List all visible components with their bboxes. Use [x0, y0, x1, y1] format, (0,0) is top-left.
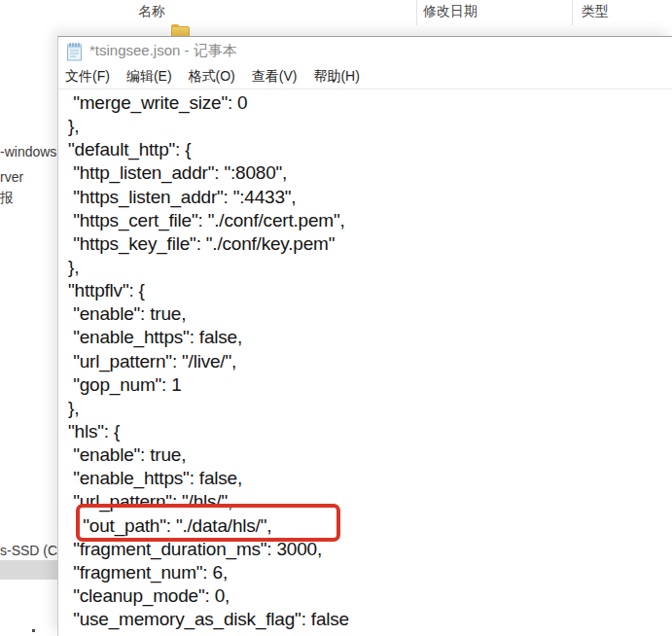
- notepad-app-icon: [66, 42, 83, 61]
- code-line: "use_memory_as_disk_flag": false: [63, 608, 672, 631]
- notepad-window: *tsingsee.json - 记事本 文件(F) 编辑(E) 格式(O) 查…: [57, 36, 672, 636]
- code-line: "url_pattern": "/hls/",: [63, 490, 672, 513]
- code-line: "merge_write_size": 0: [63, 91, 672, 115]
- screen: 名称 修改日期 类型 -windows rver 报 s-SSD (C:) *t…: [0, 0, 672, 636]
- text-editor-area[interactable]: "merge_write_size": 0 }, "default_http":…: [58, 90, 672, 636]
- code-line: "https_key_file": "./conf/key.pem": [63, 232, 672, 256]
- code-line: "default_http": {: [63, 138, 672, 161]
- code-line: "enable_https": false,: [63, 467, 672, 490]
- code-line: "fragment_duration_ms": 3000,: [63, 538, 672, 561]
- menu-format[interactable]: 格式(O): [182, 68, 242, 86]
- code-line: "enable": true,: [63, 443, 672, 467]
- menu-help[interactable]: 帮助(H): [306, 68, 366, 86]
- menu-file[interactable]: 文件(F): [58, 68, 117, 86]
- code-line: "https_cert_file": "./conf/cert.pem",: [63, 209, 672, 232]
- code-line: "enable": true,: [63, 302, 672, 326]
- column-divider: [572, 0, 573, 25]
- code-line: "out_path": "./data/hls/",: [63, 514, 672, 538]
- stray-dot: [32, 629, 35, 632]
- code-line: "hls": {: [63, 420, 672, 443]
- code-line: "url_pattern": "/live/",: [63, 350, 672, 373]
- column-divider: [416, 0, 417, 25]
- explorer-sidebar-item[interactable]: 报: [0, 190, 14, 207]
- column-header-name[interactable]: 名称: [138, 3, 165, 20]
- code-line: },: [63, 115, 672, 138]
- menu-edit[interactable]: 编辑(E): [120, 68, 179, 86]
- notepad-titlebar: *tsingsee.json - 记事本: [58, 37, 672, 65]
- code-line: "gop_num": 1: [63, 373, 672, 397]
- code-line: "httpflv": {: [63, 279, 672, 302]
- explorer-sidebar-item[interactable]: -windows: [0, 144, 56, 159]
- code-line: },: [63, 397, 672, 420]
- code-line: "https_listen_addr": ":4433",: [63, 186, 672, 209]
- explorer-column-header-row: 名称 修改日期 类型: [0, 0, 672, 26]
- column-header-date-modified[interactable]: 修改日期: [423, 3, 477, 20]
- notepad-menubar: 文件(F) 编辑(E) 格式(O) 查看(V) 帮助(H): [58, 65, 672, 89]
- code-line: "http_listen_addr": ":8080",: [63, 161, 672, 185]
- explorer-selected-row-highlight[interactable]: [0, 560, 58, 580]
- code-line: "enable_https": false,: [63, 326, 672, 349]
- explorer-sidebar-item[interactable]: rver: [0, 169, 23, 185]
- menu-view[interactable]: 查看(V): [245, 68, 304, 86]
- code-line: "cleanup_mode": 0,: [63, 584, 672, 608]
- code-line: "fragment_num": 6,: [63, 561, 672, 584]
- explorer-sidebar-item-drive[interactable]: s-SSD (C:): [0, 543, 66, 558]
- column-header-type[interactable]: 类型: [582, 3, 609, 20]
- code-line: },: [63, 256, 672, 279]
- window-title: *tsingsee.json - 记事本: [89, 42, 237, 60]
